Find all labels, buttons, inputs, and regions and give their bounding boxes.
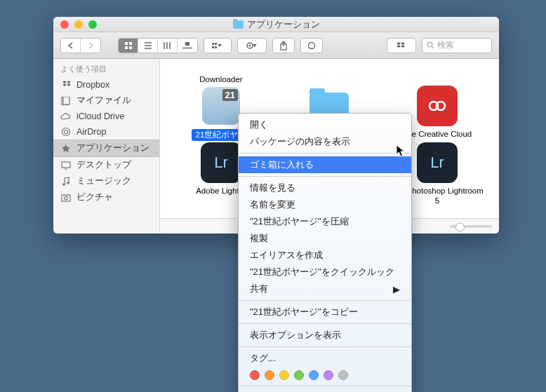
applications-icon (60, 143, 72, 154)
view-list-button[interactable] (138, 39, 158, 53)
ctx-show-contents[interactable]: パッケージの内容を表示 (239, 133, 411, 150)
app-icon: 21 (201, 86, 241, 126)
svg-rect-21 (62, 195, 70, 201)
tag-gray[interactable] (338, 370, 348, 380)
app-icon: Lr (201, 142, 241, 183)
ctx-quicklook[interactable]: "21世紀ボヤージ"をクイックルック (239, 264, 411, 281)
separator (239, 346, 411, 347)
sidebar-item-airdrop[interactable]: AirDrop (53, 124, 159, 140)
submenu-arrow-icon: ▶ (393, 284, 400, 295)
separator (239, 153, 411, 154)
svg-point-22 (65, 196, 68, 200)
ctx-compress[interactable]: "21世紀ボヤージ"を圧縮 (239, 213, 411, 230)
ctx-share[interactable]: 共有▶ (239, 281, 411, 297)
sidebar-item-label: iCloud Drive (76, 111, 124, 121)
ctx-move-to-trash[interactable]: ゴミ箱に入れる (239, 156, 411, 173)
airdrop-icon (60, 126, 72, 137)
tags-button[interactable] (300, 38, 323, 53)
ctx-get-info[interactable]: 情報を見る (239, 180, 411, 196)
sidebar-section-header: よく使う項目 (53, 63, 159, 77)
search-icon (427, 41, 434, 49)
app-item[interactable] (383, 59, 491, 84)
sidebar: よく使う項目 Dropbox マイファイル iCloud Drive AirDr… (53, 59, 160, 234)
folder-icon (233, 20, 244, 29)
svg-rect-5 (212, 43, 214, 45)
sidebar-item-label: Dropbox (76, 80, 109, 90)
sidebar-item-desktop[interactable]: デスクトップ (53, 157, 159, 173)
ctx-tags-label: タグ... (239, 350, 411, 367)
app-icon (417, 86, 458, 126)
forward-button[interactable] (81, 39, 100, 53)
sidebar-item-label: アプリケーション (76, 142, 149, 154)
separator (239, 176, 411, 177)
toolbar: 検索 (53, 32, 499, 59)
sidebar-item-myfiles[interactable]: マイファイル (53, 93, 159, 109)
tag-yellow[interactable] (279, 370, 289, 380)
tag-green[interactable] (294, 370, 304, 380)
ctx-view-options[interactable]: 表示オプションを表示 (239, 327, 411, 344)
sidebar-item-label: ピクチャ (76, 191, 113, 203)
app-item[interactable] (275, 59, 383, 84)
ctx-copy[interactable]: "21世紀ボヤージ"をコピー (239, 304, 411, 320)
app-label: Downloader (199, 74, 242, 84)
svg-point-16 (62, 128, 70, 136)
svg-rect-4 (185, 42, 189, 46)
arrange-group (204, 38, 232, 53)
arrange-button[interactable] (204, 39, 231, 53)
svg-point-13 (427, 42, 432, 47)
app-icon (417, 59, 458, 72)
tag-purple[interactable] (324, 370, 333, 380)
nav-buttons (60, 38, 101, 53)
desktop-icon (60, 160, 72, 171)
zoom-button[interactable] (88, 20, 97, 29)
sidebar-item-dropbox[interactable]: Dropbox (53, 77, 159, 93)
dropbox-button[interactable] (387, 39, 415, 53)
app-icon (201, 59, 241, 72)
pictures-icon (60, 192, 72, 203)
svg-point-19 (62, 183, 65, 186)
separator (239, 300, 411, 301)
context-menu: 開く パッケージの内容を表示 ゴミ箱に入れる 情報を見る 名前を変更 "21世紀… (238, 113, 412, 392)
svg-point-17 (65, 130, 68, 134)
app-item[interactable]: Downloader (167, 59, 275, 84)
svg-rect-3 (129, 46, 132, 49)
separator (239, 323, 411, 324)
svg-rect-6 (215, 43, 217, 45)
search-placeholder: 検索 (437, 39, 454, 51)
back-button[interactable] (61, 39, 81, 53)
tag-blue[interactable] (309, 370, 319, 380)
tag-red[interactable] (250, 370, 260, 380)
sidebar-item-icloud[interactable]: iCloud Drive (53, 109, 159, 124)
dropbox-btn-group (387, 38, 416, 53)
search-input[interactable]: 検索 (422, 38, 492, 53)
ctx-open[interactable]: 開く (239, 116, 411, 133)
sidebar-item-label: ミュージック (76, 175, 131, 187)
window-controls (60, 20, 97, 29)
separator (239, 386, 411, 386)
ctx-rename[interactable]: 名前を変更 (239, 196, 411, 213)
icon-size-slider[interactable] (450, 225, 492, 227)
svg-rect-18 (62, 162, 70, 168)
svg-rect-0 (125, 42, 128, 45)
titlebar[interactable]: アプリケーション (53, 17, 499, 32)
share-button[interactable] (272, 38, 295, 53)
tag-orange[interactable] (265, 370, 274, 380)
window-title-text: アプリケーション (247, 18, 320, 31)
ctx-tag-dots (239, 367, 411, 383)
action-button[interactable] (238, 39, 266, 53)
sidebar-item-pictures[interactable]: ピクチャ (53, 189, 159, 205)
view-columns-button[interactable] (158, 39, 178, 53)
action-group (237, 38, 267, 53)
close-button[interactable] (60, 20, 69, 29)
sidebar-item-applications[interactable]: アプリケーション (53, 140, 159, 157)
view-coverflow-button[interactable] (178, 39, 197, 53)
svg-rect-2 (125, 46, 128, 49)
music-icon (60, 176, 72, 187)
ctx-make-alias[interactable]: エイリアスを作成 (239, 247, 411, 264)
app-icon (309, 59, 349, 72)
minimize-button[interactable] (74, 20, 83, 29)
ctx-services[interactable]: サービス▶ (239, 389, 411, 392)
ctx-duplicate[interactable]: 複製 (239, 230, 411, 247)
sidebar-item-music[interactable]: ミュージック (53, 173, 159, 189)
view-icons-button[interactable] (119, 39, 138, 53)
